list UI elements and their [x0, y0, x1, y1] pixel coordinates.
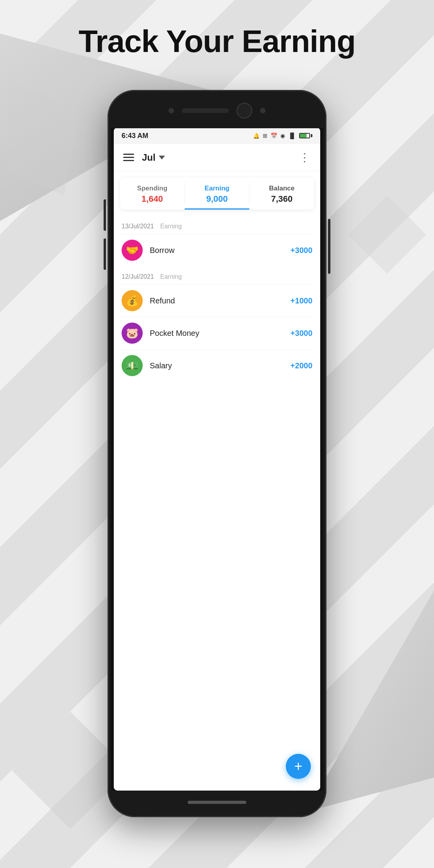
speaker-bar	[182, 108, 229, 113]
month-label: Jul	[142, 152, 156, 163]
earning-label: Earning	[189, 185, 246, 192]
phone-notch	[111, 93, 323, 128]
battery-icon	[299, 133, 312, 138]
status-time: 6:43 AM	[122, 132, 148, 140]
pocket-money-icon: 🐷	[122, 323, 143, 344]
notification-icon: 🔔	[253, 133, 260, 139]
camera-dot-right	[260, 108, 265, 113]
refund-icon: 💰	[122, 290, 143, 311]
page-title: Track Your Earning	[0, 23, 434, 59]
refund-name: Refund	[150, 296, 291, 305]
phone-bottom-bar	[111, 791, 323, 814]
more-options-button[interactable]: ⋮	[299, 151, 311, 164]
alarm-icon: ⊞	[263, 133, 267, 139]
date-type-1: Earning	[160, 223, 182, 230]
balance-value: 7,360	[253, 194, 310, 204]
spending-label: Spending	[124, 185, 181, 192]
status-icons: 🔔 ⊞ 📅 ◉ ▐▌	[253, 133, 312, 139]
tab-spending[interactable]: Spending 1,640	[120, 178, 185, 210]
borrow-amount: +3000	[291, 246, 312, 255]
hamburger-line-3	[123, 160, 134, 161]
month-selector[interactable]: Jul	[142, 152, 165, 163]
date-group-header-2: 12/Jul/2021 Earning	[120, 266, 314, 284]
earning-value: 9,000	[189, 194, 246, 204]
transaction-borrow[interactable]: 🤝 Borrow +3000	[120, 234, 314, 266]
battery-fill	[300, 134, 307, 138]
chevron-down-icon	[159, 156, 165, 160]
date-type-2: Earning	[160, 273, 182, 280]
volume-up-button[interactable]	[104, 199, 106, 231]
phone-screen: 6:43 AM 🔔 ⊞ 📅 ◉ ▐▌	[114, 127, 320, 791]
location-icon: ◉	[280, 133, 285, 139]
borrow-icon: 🤝	[122, 240, 143, 261]
power-button[interactable]	[328, 219, 330, 274]
status-bar: 6:43 AM 🔔 ⊞ 📅 ◉ ▐▌	[114, 127, 320, 144]
signal-icon: ▐▌	[288, 133, 296, 139]
transaction-pocket-money[interactable]: 🐷 Pocket Money +3000	[120, 317, 314, 349]
home-indicator[interactable]	[188, 801, 246, 804]
borrow-name: Borrow	[150, 246, 291, 255]
salary-icon: 💵	[122, 355, 143, 376]
salary-name: Salary	[150, 361, 291, 370]
tab-balance[interactable]: Balance 7,360	[249, 178, 314, 210]
add-transaction-fab[interactable]: +	[286, 754, 311, 779]
header-left: Jul	[123, 152, 165, 163]
hamburger-menu-button[interactable]	[123, 154, 134, 161]
summary-card: Spending 1,640 Earning 9,000 Balance 7,3…	[120, 178, 314, 210]
pocket-money-amount: +3000	[291, 329, 312, 338]
calendar-icon: 📅	[271, 133, 277, 139]
active-tab-underline	[185, 208, 249, 210]
app-header: Jul ⋮	[114, 144, 320, 171]
transaction-refund[interactable]: 💰 Refund +1000	[120, 284, 314, 317]
battery-body	[299, 133, 310, 138]
hamburger-line-1	[123, 154, 134, 155]
date-1: 13/Jul/2021	[122, 223, 154, 230]
camera-dot-small	[169, 108, 174, 113]
phone-inner: 6:43 AM 🔔 ⊞ 📅 ◉ ▐▌	[111, 93, 323, 814]
camera-main	[237, 103, 252, 118]
refund-amount: +1000	[291, 296, 312, 305]
battery-tip	[311, 134, 312, 137]
phone-frame: 6:43 AM 🔔 ⊞ 📅 ◉ ▐▌	[108, 90, 326, 817]
date-2: 12/Jul/2021	[122, 273, 154, 280]
spending-value: 1,640	[124, 194, 181, 204]
balance-label: Balance	[253, 185, 310, 192]
volume-down-button[interactable]	[104, 239, 106, 270]
hamburger-line-2	[123, 157, 134, 158]
pocket-money-name: Pocket Money	[150, 329, 291, 338]
transactions-list: 13/Jul/2021 Earning 🤝 Borrow +3000 12/Ju…	[114, 216, 320, 791]
add-icon: +	[294, 759, 302, 773]
date-group-header-1: 13/Jul/2021 Earning	[120, 216, 314, 234]
tab-earning[interactable]: Earning 9,000	[185, 178, 249, 210]
summary-tabs: Spending 1,640 Earning 9,000 Balance 7,3…	[120, 178, 314, 210]
transaction-salary[interactable]: 💵 Salary +2000	[120, 349, 314, 382]
salary-amount: +2000	[291, 361, 312, 370]
